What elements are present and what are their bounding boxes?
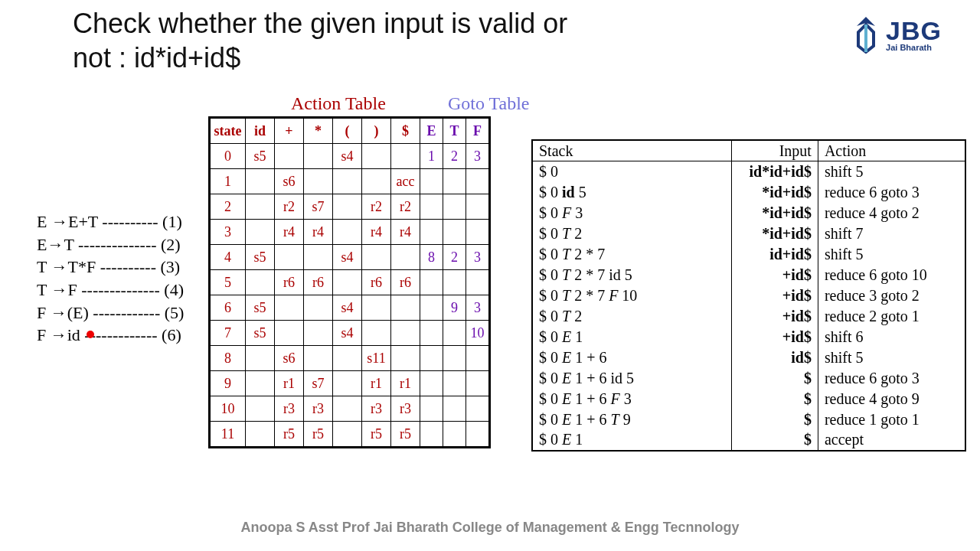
parse-table: stateid+*()$ETF0s5s41231s6acc2r2s7r2r23r…	[208, 116, 491, 448]
parse-cell	[420, 295, 443, 321]
parse-cell	[304, 245, 333, 270]
parse-cell	[333, 422, 362, 447]
parse-cell	[466, 371, 489, 396]
parse-cell: s6	[275, 346, 304, 371]
parse-cell	[333, 270, 362, 295]
parse-header: state	[211, 119, 246, 144]
table-row: 6s5s493	[211, 295, 489, 321]
parse-cell	[246, 396, 275, 422]
table-row: 11r5r5r5r5	[211, 422, 489, 447]
table-row: $ 0 E 1 + 6id$shift 5	[533, 347, 965, 368]
trace-action: accept	[818, 430, 965, 451]
parse-cell	[443, 422, 466, 447]
trace-stack: $ 0 E 1 + 6 id 5	[533, 368, 732, 389]
parse-cell: r2	[275, 194, 304, 220]
parse-cell: 3	[211, 220, 246, 245]
trace-action: reduce 3 goto 2	[818, 285, 965, 306]
table-row: $ 0 T 2 * 7 id 5+id$reduce 6 goto 10	[533, 265, 965, 285]
parse-cell	[466, 346, 489, 371]
parse-cell	[333, 194, 362, 220]
parse-cell: 9	[443, 295, 466, 321]
parse-cell: r5	[304, 422, 333, 447]
parse-cell	[275, 295, 304, 321]
trace-input: +id$	[731, 285, 818, 306]
parse-cell	[443, 346, 466, 371]
trace-stack: $ 0 id 5	[533, 182, 732, 203]
parse-cell: r3	[304, 396, 333, 422]
trace-action: shift 5	[818, 161, 965, 182]
parse-cell: s4	[333, 245, 362, 270]
table-row: 1s6acc	[211, 169, 489, 194]
title-line1: Check whether the given input is valid o…	[73, 8, 567, 39]
trace-input: $	[731, 389, 818, 409]
parse-cell	[391, 321, 420, 346]
parse-cell	[304, 321, 333, 346]
parse-cell: s4	[333, 295, 362, 321]
parse-cell	[333, 371, 362, 396]
parse-cell	[275, 245, 304, 270]
logo: JBG Jai Bharath	[852, 15, 942, 54]
parse-cell: 1	[420, 144, 443, 169]
table-row: $ 0 E 1+id$shift 6	[533, 327, 965, 347]
parse-header: id	[246, 119, 275, 144]
parse-cell: s5	[246, 295, 275, 321]
parse-cell: 6	[211, 295, 246, 321]
action-table-title: Action Table	[291, 93, 386, 114]
table-row: 10r3r3r3r3	[211, 396, 489, 422]
parse-cell: r6	[275, 270, 304, 295]
trace-input: +id$	[731, 265, 818, 285]
parse-cell	[246, 270, 275, 295]
parse-header: F	[466, 119, 489, 144]
trace-input: $	[731, 409, 818, 430]
parse-cell	[466, 169, 489, 194]
parse-cell	[466, 220, 489, 245]
parse-cell	[443, 321, 466, 346]
parse-cell	[362, 321, 391, 346]
parse-header: (	[333, 119, 362, 144]
page-title: Check whether the given input is valid o…	[73, 6, 567, 75]
parse-cell: 5	[211, 270, 246, 295]
parse-cell: 10	[466, 321, 489, 346]
table-row: $ 0 T 2 * 7 F 10+id$reduce 3 goto 2	[533, 285, 965, 306]
parse-cell	[466, 270, 489, 295]
parse-cell: 7	[211, 321, 246, 346]
trace-action: reduce 2 goto 1	[818, 306, 965, 327]
trace-input: +id$	[731, 327, 818, 347]
trace-input: *id+id$	[731, 203, 818, 223]
table-row: 3r4r4r4r4	[211, 220, 489, 245]
parse-cell: r2	[362, 194, 391, 220]
trace-stack: $ 0 E 1 + 6	[533, 347, 732, 368]
parse-cell: s5	[246, 321, 275, 346]
parse-cell	[420, 270, 443, 295]
table-row: $ 0 F 3*id+id$reduce 4 goto 2	[533, 203, 965, 223]
parse-cell	[391, 144, 420, 169]
table-row: $ 0 T 2*id+id$shift 7	[533, 223, 965, 244]
trace-input: id+id$	[731, 244, 818, 265]
parse-cell: r4	[275, 220, 304, 245]
trace-stack: $ 0 T 2	[533, 306, 732, 327]
table-row: $ 0id*id+id$shift 5	[533, 161, 965, 182]
grammar-rule: F →(E) ------------ (5)	[37, 302, 184, 324]
parse-cell	[391, 245, 420, 270]
parse-cell	[362, 295, 391, 321]
parse-cell: r3	[362, 396, 391, 422]
parse-cell: s7	[304, 371, 333, 396]
table-row: $ 0 E 1 + 6 id 5$reduce 6 goto 3	[533, 368, 965, 389]
trace-action: shift 7	[818, 223, 965, 244]
trace-action: reduce 6 goto 3	[818, 182, 965, 203]
parse-cell: s4	[333, 144, 362, 169]
parse-cell	[333, 169, 362, 194]
parse-trace-table: StackInputAction$ 0id*id+id$shift 5$ 0 i…	[531, 139, 966, 452]
table-row: $ 0 E 1 + 6 T 9$reduce 1 goto 1	[533, 409, 965, 430]
trace-header: Input	[731, 141, 818, 161]
parse-cell: 0	[211, 144, 246, 169]
parse-cell	[333, 220, 362, 245]
parse-cell: s4	[333, 321, 362, 346]
parse-cell	[362, 169, 391, 194]
parse-cell: r3	[275, 396, 304, 422]
parse-header: $	[391, 119, 420, 144]
parse-cell: s5	[246, 245, 275, 270]
parse-cell: 2	[443, 245, 466, 270]
trace-action: shift 5	[818, 347, 965, 368]
parse-cell: r6	[304, 270, 333, 295]
